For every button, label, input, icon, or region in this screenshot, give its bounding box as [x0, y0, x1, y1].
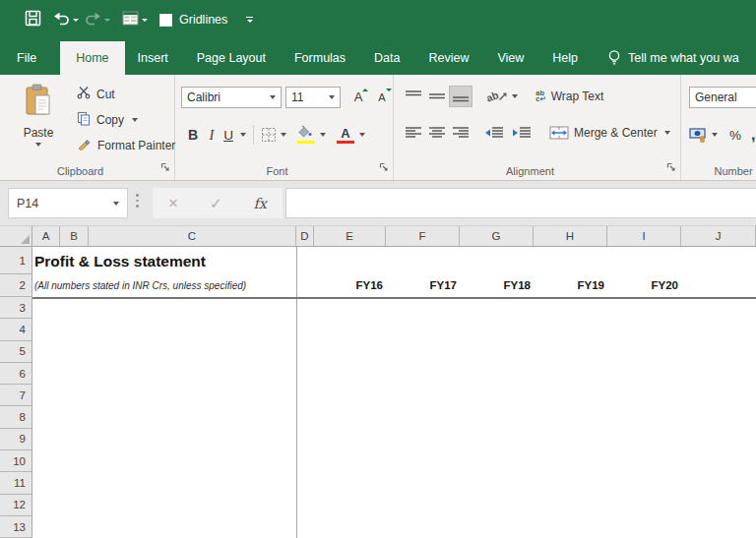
gridlines-label: Gridlines	[179, 13, 227, 27]
increase-indent-button[interactable]	[510, 122, 534, 144]
enter-button[interactable]: ✓	[210, 195, 222, 212]
row-header-12[interactable]: 12	[0, 495, 32, 516]
cell-h2[interactable]: FY19	[534, 274, 604, 297]
paste-dropdown-caret[interactable]	[35, 143, 41, 147]
save-button[interactable]	[22, 8, 44, 31]
italic-button[interactable]: I	[203, 127, 220, 144]
row-header-9[interactable]: 9	[0, 429, 32, 450]
insert-function-button[interactable]: fx	[253, 196, 267, 211]
number-format-combo[interactable]: General	[689, 87, 756, 108]
font-color-dropdown-caret[interactable]	[359, 133, 365, 137]
save-icon	[25, 10, 41, 30]
row-header-1[interactable]: 1	[0, 247, 32, 274]
row-header-8[interactable]: 8	[0, 406, 32, 428]
cell-g2[interactable]: FY18	[460, 274, 531, 297]
copy-button[interactable]: Copy	[77, 110, 138, 130]
cell-a2-subtitle[interactable]: (All numbers stated in INR Crs, unless s…	[34, 274, 246, 297]
format-painter-button[interactable]: Format Painter	[77, 136, 175, 155]
worksheet[interactable]: A B C D E F G H I J 1 2 3 4 5 6 7 8 9 10…	[0, 226, 756, 538]
row-header-3[interactable]: 3	[0, 297, 32, 319]
row-header-13[interactable]: 13	[0, 516, 32, 538]
column-header-b[interactable]: B	[60, 226, 89, 247]
font-dialog-launcher[interactable]	[379, 158, 389, 176]
select-all-button[interactable]	[0, 226, 32, 247]
redo-button[interactable]	[82, 8, 113, 31]
font-color-button[interactable]: A	[336, 124, 355, 146]
merge-center-button[interactable]: Merge & Center	[549, 126, 670, 140]
column-header-d[interactable]: D	[296, 226, 314, 247]
row-header-4[interactable]: 4	[0, 319, 32, 340]
undo-button[interactable]	[50, 8, 82, 31]
accounting-format-button[interactable]	[689, 128, 718, 143]
gridlines-checkbox[interactable]	[159, 14, 172, 27]
name-box-caret[interactable]	[113, 202, 119, 206]
row-header-10[interactable]: 10	[0, 450, 32, 472]
percent-style-button[interactable]: %	[729, 128, 741, 143]
tab-home[interactable]: Home	[60, 41, 124, 75]
tab-file[interactable]: File	[14, 41, 39, 75]
tab-review[interactable]: Review	[425, 41, 472, 75]
column-header-f[interactable]: F	[386, 226, 460, 247]
row-header-2[interactable]: 2	[0, 274, 32, 297]
tab-view[interactable]: View	[494, 41, 527, 75]
formula-input[interactable]	[285, 188, 756, 218]
fill-color-dropdown-caret[interactable]	[320, 133, 326, 137]
comma-style-button[interactable]: ,	[751, 126, 755, 144]
cell-e2[interactable]: FY16	[314, 274, 383, 297]
tab-insert[interactable]: Insert	[135, 41, 171, 75]
row-header-11[interactable]: 11	[0, 472, 32, 494]
clipboard-dialog-launcher[interactable]	[160, 158, 170, 176]
undo-dropdown-caret[interactable]	[73, 19, 79, 22]
borders-button[interactable]	[261, 127, 286, 143]
font-size-combo[interactable]: 11	[285, 87, 341, 108]
grow-font-button[interactable]: A	[348, 88, 368, 107]
wrap-text-button[interactable]: ab c↵ Wrap Text	[536, 90, 603, 103]
shrink-font-button[interactable]: A	[372, 88, 392, 107]
cell-i2[interactable]: FY20	[607, 274, 678, 297]
paste-button[interactable]: Paste	[8, 84, 69, 172]
decrease-indent-button[interactable]	[482, 122, 506, 144]
table-dropdown-caret[interactable]	[142, 19, 148, 22]
row-header-5[interactable]: 5	[0, 341, 32, 363]
underline-button[interactable]: U	[220, 128, 236, 143]
merge-center-dropdown-caret[interactable]	[664, 131, 670, 135]
middle-align-button[interactable]	[425, 86, 449, 107]
column-header-g[interactable]: G	[460, 226, 534, 247]
cell-a1-title[interactable]: Profit & Loss statement	[34, 247, 206, 274]
align-right-button[interactable]	[449, 122, 472, 144]
formula-bar-resize-handle[interactable]	[136, 194, 139, 208]
bottom-align-button[interactable]	[449, 86, 472, 107]
fill-color-button[interactable]	[296, 124, 316, 146]
quick-table-button[interactable]	[119, 8, 151, 31]
orientation-button[interactable]: ab	[486, 90, 518, 102]
column-header-e[interactable]: E	[314, 226, 386, 247]
align-center-button[interactable]	[425, 122, 449, 144]
redo-dropdown-caret[interactable]	[104, 19, 110, 22]
cut-button[interactable]: Cut	[77, 85, 115, 104]
column-header-a[interactable]: A	[32, 226, 60, 247]
align-left-button[interactable]	[402, 122, 425, 144]
quick-access-toolbar: Gridlines	[22, 7, 253, 32]
bold-button[interactable]: B	[183, 127, 203, 143]
copy-dropdown-caret[interactable]	[132, 118, 138, 122]
tab-formulas[interactable]: Formulas	[291, 41, 348, 75]
tab-data[interactable]: Data	[371, 41, 403, 75]
column-header-i[interactable]: I	[607, 226, 681, 247]
gridlines-toggle[interactable]: Gridlines	[157, 8, 230, 31]
tab-help[interactable]: Help	[549, 41, 581, 75]
column-header-h[interactable]: H	[534, 226, 607, 247]
tab-page-layout[interactable]: Page Layout	[194, 41, 269, 75]
tell-me-box[interactable]: Tell me what you wa	[607, 41, 739, 75]
name-box[interactable]: P14	[8, 188, 128, 218]
font-name-combo[interactable]: Calibri	[181, 87, 282, 108]
qat-customize-button[interactable]	[246, 17, 253, 23]
column-header-j[interactable]: J	[681, 226, 756, 247]
row-header-6[interactable]: 6	[0, 363, 32, 385]
cell-f2[interactable]: FY17	[386, 274, 457, 297]
cancel-button[interactable]: ×	[168, 194, 178, 213]
column-header-c[interactable]: C	[89, 226, 296, 247]
row-header-7[interactable]: 7	[0, 385, 32, 406]
alignment-dialog-launcher[interactable]	[666, 158, 676, 176]
top-align-button[interactable]	[402, 86, 425, 107]
underline-dropdown-caret[interactable]	[240, 133, 246, 137]
